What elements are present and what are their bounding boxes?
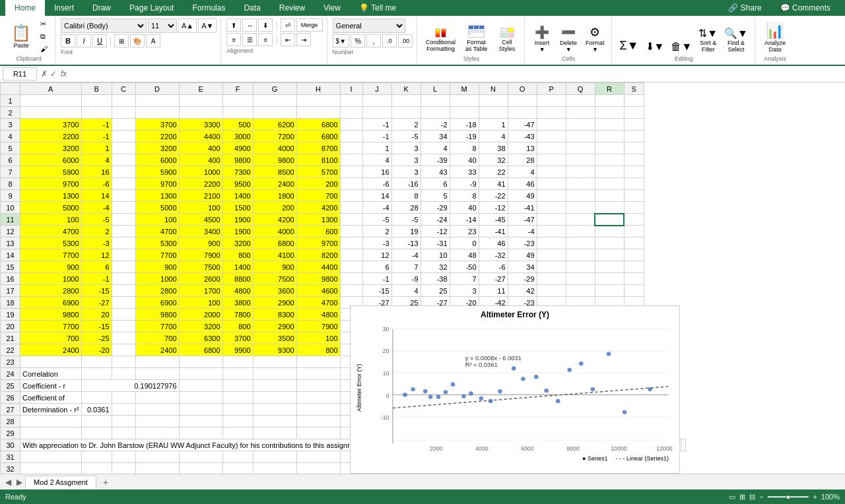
cell-C22[interactable]: [112, 344, 135, 356]
cell-E1[interactable]: [179, 95, 222, 107]
cell-F3[interactable]: 500: [222, 119, 253, 131]
cell-F17[interactable]: 4800: [222, 285, 253, 297]
col-header-S[interactable]: S: [624, 83, 644, 95]
cell-J4[interactable]: -1: [362, 131, 391, 142]
cell-Q6[interactable]: [566, 154, 595, 166]
insert-cells-button[interactable]: ➕ Insert ▼: [530, 24, 554, 54]
cell-D21[interactable]: 700: [135, 332, 179, 344]
cell-K9[interactable]: 8: [391, 190, 421, 202]
cell-I4[interactable]: [340, 131, 362, 142]
cell-Q1[interactable]: [566, 95, 595, 107]
cell-O8[interactable]: 46: [508, 178, 537, 190]
row-header-1[interactable]: 1: [1, 95, 20, 107]
cell-J14[interactable]: 12: [362, 249, 391, 261]
cell-P15[interactable]: [537, 261, 566, 273]
comma-button[interactable]: ,: [366, 34, 381, 47]
cell-B1[interactable]: [81, 95, 112, 107]
format-painter-button[interactable]: 🖌: [37, 44, 51, 54]
cell-J11[interactable]: -5: [362, 214, 391, 226]
cell-M1[interactable]: [450, 95, 479, 107]
cell-M11[interactable]: -14: [450, 214, 479, 226]
cell-D15[interactable]: 900: [135, 261, 179, 273]
cell-D4[interactable]: 2200: [135, 131, 179, 142]
cell-F23[interactable]: [222, 356, 253, 368]
cell-B3[interactable]: -1: [81, 119, 112, 131]
cell-L4[interactable]: 34: [421, 131, 450, 142]
cell-Q16[interactable]: [566, 273, 595, 285]
cell-G14[interactable]: 4100: [253, 249, 296, 261]
cell-Q8[interactable]: [566, 178, 595, 190]
cell-B31[interactable]: [81, 451, 112, 463]
cell-P11[interactable]: [537, 214, 566, 226]
borders-button[interactable]: ⊞: [114, 34, 129, 47]
cell-C27[interactable]: [112, 404, 135, 416]
tab-data[interactable]: Data: [234, 0, 269, 16]
cell-A3[interactable]: 3700: [20, 119, 82, 131]
tab-view[interactable]: View: [314, 0, 350, 16]
cell-N13[interactable]: 46: [479, 237, 508, 249]
cell-A30[interactable]: With appreciation to Dr. John Barstow (E…: [20, 439, 392, 451]
cell-F32[interactable]: [222, 463, 253, 475]
cell-D1[interactable]: [135, 95, 179, 107]
cell-P14[interactable]: [537, 249, 566, 261]
format-as-table-button[interactable]: Formatas Table: [461, 23, 491, 54]
row-header-32[interactable]: 32: [1, 463, 20, 475]
row-header-25[interactable]: 25: [1, 380, 20, 392]
cell-H6[interactable]: 8100: [296, 154, 340, 166]
cell-A5[interactable]: 3200: [20, 142, 82, 154]
cell-A6[interactable]: 6000: [20, 154, 82, 166]
sort-filter-button[interactable]: ⇅▼ Sort &Filter: [696, 26, 720, 54]
cell-A32[interactable]: [20, 463, 82, 475]
cell-L1[interactable]: [421, 95, 450, 107]
cell-C19[interactable]: [112, 309, 135, 321]
cell-A4[interactable]: 2200: [20, 131, 82, 142]
cell-O2[interactable]: [508, 107, 537, 119]
cell-B24[interactable]: [81, 368, 112, 380]
cell-S10[interactable]: [624, 202, 644, 214]
cell-Q12[interactable]: [566, 226, 595, 237]
cell-J17[interactable]: -15: [362, 285, 391, 297]
fill-button[interactable]: ⬇▼: [643, 39, 667, 54]
cell-N4[interactable]: 4: [479, 131, 508, 142]
cell-H32[interactable]: [296, 463, 340, 475]
cell-A18[interactable]: 6900: [20, 297, 82, 309]
row-header-13[interactable]: 13: [1, 237, 20, 249]
analyze-data-button[interactable]: 📊 AnalyzeData: [760, 21, 790, 54]
cancel-icon[interactable]: ✗: [41, 69, 48, 79]
cell-J9[interactable]: 14: [362, 190, 391, 202]
cell-B16[interactable]: -1: [81, 273, 112, 285]
cell-K7[interactable]: 3: [391, 166, 421, 178]
cell-P5[interactable]: [537, 142, 566, 154]
cell-D26[interactable]: [135, 392, 179, 404]
cell-H21[interactable]: 100: [296, 332, 340, 344]
cell-E20[interactable]: 3200: [179, 321, 222, 332]
cell-E11[interactable]: 4500: [179, 214, 222, 226]
cell-J1[interactable]: [362, 95, 391, 107]
cell-F12[interactable]: 1900: [222, 226, 253, 237]
cell-D8[interactable]: 9700: [135, 178, 179, 190]
cell-E7[interactable]: 1000: [179, 166, 222, 178]
cell-G6[interactable]: 9800: [253, 154, 296, 166]
cell-G27[interactable]: [253, 404, 296, 416]
cell-O13[interactable]: -23: [508, 237, 537, 249]
cell-H11[interactable]: 1300: [296, 214, 340, 226]
cell-E4[interactable]: 4400: [179, 131, 222, 142]
align-center-button[interactable]: ☰: [242, 33, 257, 46]
tab-insert[interactable]: Insert: [45, 0, 83, 16]
cell-R9[interactable]: [595, 190, 624, 202]
cell-E26[interactable]: [179, 392, 222, 404]
cell-C9[interactable]: [112, 190, 135, 202]
cell-L8[interactable]: 6: [421, 178, 450, 190]
formula-input[interactable]: [69, 69, 842, 79]
cell-G5[interactable]: 4000: [253, 142, 296, 154]
cell-G31[interactable]: [253, 451, 296, 463]
cell-E28[interactable]: [179, 416, 222, 427]
cell-F11[interactable]: 1900: [222, 214, 253, 226]
cell-A26[interactable]: Coefficient of: [20, 392, 82, 404]
cell-K6[interactable]: 3: [391, 154, 421, 166]
tab-tell-me[interactable]: 💡 Tell me: [350, 0, 405, 16]
conditional-formatting-button[interactable]: ConditionalFormatting: [422, 26, 459, 54]
row-header-9[interactable]: 9: [1, 190, 20, 202]
cell-G19[interactable]: 8300: [253, 309, 296, 321]
cell-S9[interactable]: [624, 190, 644, 202]
